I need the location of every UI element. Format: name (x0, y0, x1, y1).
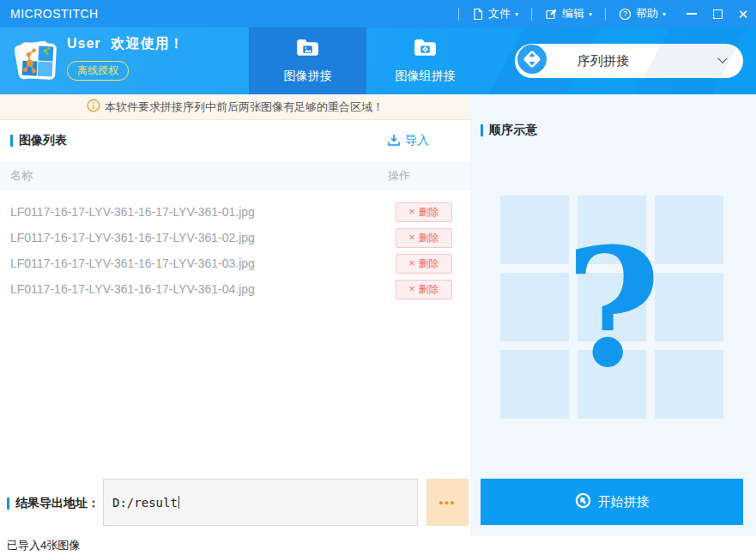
table-row: LF0117-16-17-LYV-361-16-17-LYV-361-02.jp… (0, 225, 470, 250)
menu-file[interactable]: 文件 ▾ (459, 0, 531, 27)
menu-help-label: 帮助 (636, 6, 658, 21)
start-label: 开始拼接 (598, 494, 650, 510)
tab-label: 图像拼接 (284, 69, 332, 84)
menu-file-label: 文件 (488, 6, 511, 21)
stitch-mode-value: 序列拼接 (578, 53, 629, 69)
menu-bar: 文件 ▾ 编辑 ▾ ? 帮助 ▾ ✕ (458, 0, 756, 27)
file-name: LF0117-16-17-LYV-361-16-17-LYV-361-02.jp… (10, 231, 255, 244)
export-path-input[interactable]: D:/result (103, 479, 418, 526)
tab-label: 图像组拼接 (396, 69, 456, 84)
folder-gear-icon (414, 39, 437, 61)
status-text: 已导入4张图像 (7, 538, 80, 553)
grid-cell (655, 196, 723, 264)
image-list-panel: 图像列表 导入 名称 操作 LF0117-16-17-LYV-361-16-17… (0, 120, 470, 536)
file-name: LF0117-16-17-LYV-361-16-17-LYV-361-01.jp… (10, 205, 255, 219)
grid-cell (578, 350, 646, 419)
main-tabs: 图像拼接 图像组拼接 (249, 27, 484, 94)
import-label: 导入 (405, 133, 429, 148)
grid-cell (500, 273, 569, 341)
browse-button[interactable]: ••• (426, 479, 469, 526)
svg-text:?: ? (623, 9, 627, 18)
order-panel-header: 顺序示意 (470, 94, 756, 138)
minimize-button[interactable] (679, 0, 705, 27)
x-icon: × (408, 232, 414, 244)
delete-button[interactable]: × 删除 (396, 202, 452, 222)
grid-cell (655, 273, 723, 341)
import-icon (387, 133, 401, 149)
chevron-down-icon: ▾ (589, 10, 592, 18)
column-name: 名称 (10, 168, 33, 184)
app-window: MICROSTITCH 文件 ▾ 编辑 ▾ ? 帮助 ▾ ✕ (0, 0, 756, 555)
chevron-down-icon: ▾ (515, 10, 518, 18)
notice-bar: 本软件要求拼接序列中前后两张图像有足够的重合区域！ (0, 94, 470, 120)
greeting-block: User欢迎使用！ 离线授权 (67, 35, 184, 81)
x-icon: × (408, 206, 414, 218)
delete-button[interactable]: × 删除 (396, 254, 452, 274)
image-list-title: 图像列表 (19, 133, 67, 148)
delete-button[interactable]: × 删除 (396, 280, 452, 299)
chevron-down-icon: ▾ (662, 10, 666, 18)
greeting-text: User欢迎使用！ (67, 35, 184, 53)
table-header: 名称 操作 (0, 161, 470, 190)
delete-label: 删除 (419, 256, 439, 271)
user-name: User (67, 36, 101, 51)
maximize-icon (713, 9, 723, 19)
delete-label: 删除 (419, 282, 439, 297)
close-button[interactable]: ✕ (730, 0, 756, 27)
tab-image-group-stitch[interactable]: 图像组拼接 (366, 27, 484, 94)
help-icon: ? (619, 8, 632, 21)
menu-help[interactable]: ? 帮助 ▾ (606, 0, 679, 27)
app-logo-icon (10, 35, 60, 87)
section-marker (10, 135, 13, 147)
info-icon (87, 99, 100, 115)
chevron-down-icon (717, 54, 727, 63)
delete-button[interactable]: × 删除 (396, 228, 452, 248)
file-icon (472, 8, 484, 21)
section-marker (7, 498, 9, 510)
column-action: 操作 (388, 168, 410, 184)
sequence-mode-icon (517, 45, 547, 77)
export-path-label: 结果导出地址： (15, 496, 100, 511)
image-list-header: 图像列表 导入 (0, 120, 470, 161)
file-name: LF0117-16-17-LYV-361-16-17-LYV-361-04.jp… (10, 282, 255, 296)
order-panel: 顺序示意 ? 开始拼接 (470, 94, 756, 536)
text-cursor (178, 496, 179, 509)
grid-cell (500, 196, 569, 264)
maximize-button[interactable] (705, 0, 730, 27)
license-badge: 离线授权 (67, 61, 129, 81)
table-row: LF0117-16-17-LYV-361-16-17-LYV-361-01.jp… (0, 199, 470, 225)
stitch-mode-dropdown[interactable]: 序列拼接 (515, 44, 743, 78)
export-path-value: D:/result (112, 496, 178, 510)
minimize-icon (686, 13, 697, 15)
app-title: MICROSTITCH (10, 7, 99, 21)
section-marker (481, 124, 483, 136)
import-button[interactable]: 导入 (387, 133, 429, 149)
folder-image-icon (296, 39, 319, 61)
edit-icon (545, 8, 558, 21)
tab-image-stitch[interactable]: 图像拼接 (249, 27, 366, 94)
menu-edit[interactable]: 编辑 ▾ (532, 0, 605, 27)
x-icon: × (408, 283, 414, 295)
delete-label: 删除 (419, 205, 439, 220)
notice-text: 本软件要求拼接序列中前后两张图像有足够的重合区域！ (105, 100, 384, 115)
grid-cell (578, 196, 646, 264)
close-icon: ✕ (738, 8, 749, 21)
ellipsis-icon: ••• (439, 496, 457, 509)
start-stitch-button[interactable]: 开始拼接 (481, 479, 743, 525)
export-path-label-row: 结果导出地址： (7, 496, 100, 511)
grid-cell (578, 273, 646, 341)
status-bar: 已导入4张图像 (0, 536, 756, 555)
delete-label: 删除 (419, 231, 439, 245)
header: User欢迎使用！ 离线授权 图像拼接 图像组拼接 序列拼接 (0, 27, 756, 94)
table-row: LF0117-16-17-LYV-361-16-17-LYV-361-04.jp… (0, 276, 470, 302)
order-grid (500, 196, 723, 419)
table-row: LF0117-16-17-LYV-361-16-17-LYV-361-03.jp… (0, 250, 470, 276)
image-rows: LF0117-16-17-LYV-361-16-17-LYV-361-01.jp… (0, 190, 470, 302)
order-panel-title: 顺序示意 (489, 123, 537, 138)
menu-edit-label: 编辑 (562, 6, 584, 21)
file-name: LF0117-16-17-LYV-361-16-17-LYV-361-03.jp… (10, 256, 255, 270)
titlebar: MICROSTITCH 文件 ▾ 编辑 ▾ ? 帮助 ▾ ✕ (0, 0, 756, 27)
x-icon: × (408, 257, 414, 269)
grid-cell (500, 350, 569, 419)
start-icon (575, 492, 591, 511)
